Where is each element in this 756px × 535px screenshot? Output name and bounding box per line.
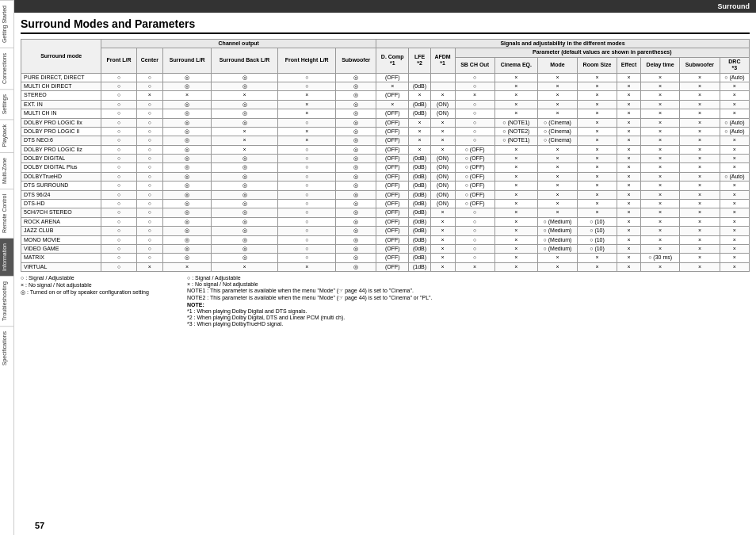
note2: NOTE2 : This parameter is available when… bbox=[187, 295, 750, 301]
note-star1: *1 : When playing Dolby Digital and DTS … bbox=[187, 308, 750, 314]
table-row: DTS 96/24○○◎◎○◎(OFF)(0dB)(ON)○ (OFF)××××… bbox=[21, 190, 750, 199]
col-front-height-lr: Front Height L/R bbox=[278, 48, 336, 73]
table-row: ROCK ARENA○○◎◎○◎(OFF)(0dB)×○×○ (Medium)○… bbox=[21, 217, 750, 226]
note-circle: ○ : Signal / Adjustable bbox=[187, 275, 750, 281]
col-sb-ch-out: SB CH Out bbox=[455, 57, 494, 73]
col-lfe: LFE*2 bbox=[409, 48, 430, 73]
table-row: MATRIX○○◎◎○◎(OFF)(0dB)×○××××○ (30 ms)×× bbox=[21, 254, 750, 262]
parameter-header: Parameter (default values are shown in p… bbox=[455, 48, 749, 57]
legend-left: ○ : Signal / Adjustable × : No signal / … bbox=[21, 275, 179, 327]
table-row: DTS SURROUND○○◎◎○◎(OFF)(0dB)(ON)○ (OFF)×… bbox=[21, 182, 750, 190]
legend-x: × : No signal / Not adjustable bbox=[21, 282, 179, 288]
col-surround-back-lr: Surround Back L/R bbox=[212, 48, 278, 73]
col-drc: DRC*3 bbox=[720, 57, 749, 73]
channel-output-header: Channel output bbox=[101, 40, 376, 48]
sidebar-item-connections[interactable]: Connections bbox=[0, 48, 13, 89]
sidebar-item-troubleshooting[interactable]: Troubleshooting bbox=[0, 276, 13, 326]
col-cinema-eq: Cinema EQ. bbox=[494, 57, 537, 73]
note1: NOTE1 : This parameter is available when… bbox=[187, 288, 750, 294]
section-title: Surround bbox=[718, 2, 750, 10]
note-x: × : No signal / Not adjustable bbox=[187, 281, 750, 287]
sidebar-item-information[interactable]: Information bbox=[0, 238, 13, 276]
table-row: DTS NEO:6○○◎××◎(OFF)××○○ (NOTE1)○ (Cinem… bbox=[21, 136, 750, 145]
sidebar-item-multizone[interactable]: Multi-Zone bbox=[0, 152, 13, 189]
sidebar-item-getting-started[interactable]: Getting Started bbox=[0, 0, 13, 48]
col-center: Center bbox=[136, 48, 162, 73]
table-row: MONO MOVIE○○◎◎○◎(OFF)(0dB)×○×○ (Medium)○… bbox=[21, 235, 750, 244]
sidebar: Getting Started Connections Settings Pla… bbox=[0, 0, 14, 535]
table-row: EXT. IN○○◎◎×◎×(0dB)(ON)○××××××× bbox=[21, 100, 750, 109]
table-row: VIDEO GAME○○◎◎○◎(OFF)(0dB)×○×○ (Medium)○… bbox=[21, 244, 750, 253]
col-delay-time: Delay time bbox=[641, 57, 680, 73]
col-subwoofer2: Subwoofer bbox=[680, 57, 720, 73]
table-row: DOLBYTrueHD○○◎◎○◎(OFF)(0dB)(ON)○ (OFF)××… bbox=[21, 172, 750, 181]
table-row: JAZZ CLUB○○◎◎○◎(OFF)(0dB)×○×○ (Medium)○ … bbox=[21, 227, 750, 235]
table-row: VIRTUAL○××××◎(OFF)(1dB)××××××××× bbox=[21, 262, 750, 271]
note-star3: *3 : When playing DolbyTrueHD signal. bbox=[187, 321, 750, 327]
col-mode: Mode bbox=[537, 57, 577, 73]
table-row: PURE DIRECT, DIRECT○○◎◎○◎(OFF)○××××××○ (… bbox=[21, 73, 750, 82]
table-row: MULTI CH IN○○◎◎×◎(OFF)(0dB)(ON)○××××××× bbox=[21, 109, 750, 118]
parameters-table: Surround mode Channel output Signals and… bbox=[21, 39, 750, 272]
sidebar-item-specifications[interactable]: Specifications bbox=[0, 326, 13, 370]
sidebar-item-remote[interactable]: Remote Control bbox=[0, 189, 13, 238]
table-row: DOLBY PRO LOGIC II○○◎××◎(OFF)××○○ (NOTE2… bbox=[21, 127, 750, 136]
table-row: 5CH/7CH STEREO○○◎◎○◎(OFF)(0dB)×○××××××× bbox=[21, 208, 750, 217]
table-row: DOLBY DIGITAL Plus○○◎◎○◎(OFF)(0dB)(ON)○ … bbox=[21, 163, 750, 172]
col-surround-mode: Surround mode bbox=[21, 40, 101, 74]
table-row: STEREO○××××◎(OFF)×××××××××× bbox=[21, 91, 750, 100]
table-row: DOLBY DIGITAL○○◎◎○◎(OFF)(0dB)(ON)○ (OFF)… bbox=[21, 155, 750, 163]
table-row: MULTI CH DIRECT○○◎◎○◎×(0dB)○××××××× bbox=[21, 82, 750, 90]
col-front-lr: Front L/R bbox=[101, 48, 136, 73]
legend-right: ○ : Signal / Adjustable × : No signal / … bbox=[187, 275, 750, 327]
col-effect: Effect bbox=[617, 57, 641, 73]
col-afdm: AFDM*1 bbox=[430, 48, 455, 73]
col-surround-lr: Surround L/R bbox=[163, 48, 212, 73]
page-number: 57 bbox=[35, 521, 44, 530]
note-header: NOTE: bbox=[187, 302, 750, 308]
page-title: Surround Modes and Parameters bbox=[21, 17, 750, 34]
note-star2: *2 : When playing Dolby Digital, DTS and… bbox=[187, 315, 750, 320]
top-bar: Surround bbox=[14, 0, 756, 13]
table-row: DOLBY PRO LOGIC IIz○○◎×○◎(OFF)××○ (OFF)×… bbox=[21, 145, 750, 154]
bottom-section: ○ : Signal / Adjustable × : No signal / … bbox=[21, 275, 750, 327]
col-room-size: Room Size bbox=[577, 57, 617, 73]
table-row: DOLBY PRO LOGIC IIx○○◎◎○◎(OFF)××○○ (NOTE… bbox=[21, 118, 750, 127]
col-d-comp: D. Comp*1 bbox=[376, 48, 409, 73]
legend-diamond: ◎ : Turned on or off by speaker configur… bbox=[21, 289, 179, 296]
col-subwoofer: Subwoofer bbox=[336, 48, 376, 73]
sidebar-item-settings[interactable]: Settings bbox=[0, 89, 13, 119]
sidebar-item-playback[interactable]: Playback bbox=[0, 119, 13, 151]
table-row: DTS-HD○○◎◎○◎(OFF)(0dB)(ON)○ (OFF)××××××× bbox=[21, 200, 750, 208]
signals-header: Signals and adjustability in the differe… bbox=[376, 40, 750, 48]
legend-circle: ○ : Signal / Adjustable bbox=[21, 275, 179, 281]
main-content: Surround Modes and Parameters Surround m… bbox=[14, 13, 756, 535]
